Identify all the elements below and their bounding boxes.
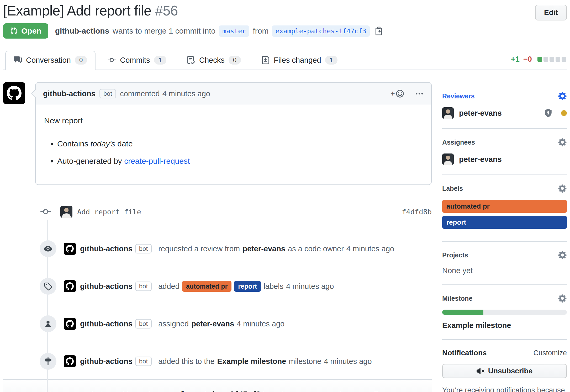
- label-automated-pr[interactable]: automated pr: [442, 200, 567, 213]
- avatar[interactable]: [64, 280, 76, 292]
- timeline: Add report file f4dfd8b github-actions b…: [3, 204, 432, 370]
- label-report[interactable]: report: [234, 281, 261, 292]
- head-branch-name: example-patches-1f47cf3: [159, 390, 261, 392]
- diff-block-added: [537, 57, 542, 62]
- push-instructions-text: .: [407, 390, 409, 392]
- bullet-emphasis: today's: [91, 139, 115, 148]
- base-branch-label[interactable]: master: [219, 25, 249, 37]
- unsubscribe-button[interactable]: Unsubscribe: [442, 364, 567, 378]
- assignees-section: Assignees peter-evans: [442, 129, 567, 175]
- event-verb: added: [158, 282, 180, 291]
- user-photo-icon: [442, 153, 454, 165]
- open-status-badge: Open: [3, 23, 48, 39]
- event-detail: milestone: [289, 357, 321, 366]
- reviewers-heading[interactable]: Reviewers: [442, 92, 475, 100]
- labels-heading: Labels: [442, 185, 463, 192]
- label-report[interactable]: report: [442, 216, 567, 229]
- event-timestamp[interactable]: 4 minutes ago: [286, 282, 334, 291]
- avatar[interactable]: [442, 153, 454, 165]
- sidebar: Reviewers peter-evans Assignees: [442, 82, 567, 392]
- event-text: github-actions bot assigned peter-evans …: [77, 319, 284, 329]
- milestone-section: Milestone Example milestone: [442, 285, 567, 340]
- label-automated-pr[interactable]: automated pr: [182, 281, 231, 292]
- event-text: github-actions bot requested a review fr…: [77, 244, 394, 253]
- diff-block-neutral: [556, 57, 560, 62]
- event-timestamp[interactable]: 4 minutes ago: [346, 245, 394, 253]
- tab-checks[interactable]: Checks 0: [178, 51, 249, 70]
- reviewers-heading-row: Reviewers: [442, 92, 567, 100]
- avatar[interactable]: [64, 318, 76, 330]
- event-timestamp[interactable]: 4 minutes ago: [324, 357, 372, 366]
- avatar[interactable]: [60, 206, 72, 218]
- commit-sha[interactable]: f4dfd8b: [402, 208, 432, 216]
- comment-options-button[interactable]: [415, 89, 424, 98]
- notifications-heading-row: Notifications Customize: [442, 349, 567, 357]
- deletions-count: −0: [523, 55, 532, 63]
- tab-label: Checks: [199, 56, 225, 65]
- copy-branch-button[interactable]: [374, 27, 383, 35]
- assignee-name[interactable]: peter-evans: [459, 155, 502, 164]
- gear-icon[interactable]: [558, 294, 567, 303]
- gear-icon[interactable]: [558, 92, 567, 100]
- event-subject[interactable]: peter-evans: [242, 245, 285, 253]
- event-subject[interactable]: peter-evans: [191, 320, 234, 328]
- avatar[interactable]: [442, 107, 454, 119]
- comment-author[interactable]: github-actions: [43, 89, 96, 98]
- comment-bullet: Contains today's date: [57, 138, 423, 149]
- octocat-icon: [66, 282, 74, 290]
- comment-discussion-icon: [14, 56, 22, 64]
- event-actor[interactable]: github-actions: [80, 320, 133, 328]
- bot-badge: bot: [135, 282, 152, 291]
- event-actor[interactable]: github-actions: [80, 245, 133, 253]
- shield-icon: [544, 109, 553, 118]
- bullet-text: Contains: [57, 139, 91, 148]
- pull-request-page: [Example] Add report file #56 Edit Open …: [0, 0, 570, 392]
- head-branch-label[interactable]: example-patches-1f47cf3: [272, 25, 370, 37]
- tab-files-changed[interactable]: Files changed 1: [253, 51, 346, 70]
- bot-badge: bot: [135, 357, 152, 366]
- comment-timestamp[interactable]: 4 minutes ago: [162, 89, 210, 98]
- comment-card: github-actions bot commented 4 minutes a…: [35, 82, 432, 185]
- gear-icon[interactable]: [558, 251, 567, 259]
- milestone-heading-row: Milestone: [442, 294, 567, 303]
- customize-link[interactable]: Customize: [533, 349, 567, 357]
- add-reaction-button[interactable]: +: [390, 89, 404, 98]
- avatar[interactable]: [3, 82, 25, 104]
- octocat-icon: [66, 357, 74, 365]
- push-instructions: Add more commits by pushing to the examp…: [3, 379, 432, 392]
- event-verb: assigned: [158, 320, 189, 328]
- event-actor[interactable]: github-actions: [80, 357, 133, 366]
- projects-section: Projects None yet: [442, 242, 567, 285]
- gear-icon[interactable]: [558, 138, 567, 147]
- avatar[interactable]: [64, 355, 76, 367]
- gear-icon[interactable]: [558, 184, 567, 193]
- event-subject[interactable]: Example milestone: [217, 357, 286, 366]
- commit-message[interactable]: Add report file: [77, 208, 141, 216]
- pr-author[interactable]: github-actions: [55, 27, 109, 35]
- tab-commits[interactable]: Commits 1: [99, 51, 175, 70]
- event-actor[interactable]: github-actions: [80, 282, 133, 291]
- file-diff-icon: [261, 56, 270, 64]
- comment-action: commented: [120, 89, 160, 98]
- pending-review-dot-icon: [561, 110, 567, 116]
- conversation-main: github-actions bot commented 4 minutes a…: [3, 82, 432, 392]
- pr-number: #56: [155, 3, 178, 18]
- pr-title-text: [Example] Add report file: [3, 3, 151, 18]
- avatar[interactable]: [64, 243, 76, 255]
- reviewers-section: Reviewers peter-evans: [442, 82, 567, 129]
- event-verb: added this to the: [158, 357, 214, 366]
- event-timestamp[interactable]: 4 minutes ago: [237, 320, 284, 328]
- timeline-event-milestone-added: github-actions bot added this to the Exa…: [3, 353, 432, 370]
- tab-count: 1: [154, 56, 166, 65]
- tab-conversation[interactable]: Conversation 0: [5, 51, 96, 70]
- assignees-heading-row: Assignees: [442, 138, 567, 147]
- git-pull-request-icon: [10, 27, 18, 35]
- copy-branch-icon: [374, 27, 383, 35]
- bot-badge: bot: [135, 244, 152, 253]
- reviewer-name[interactable]: peter-evans: [459, 109, 502, 118]
- comment-bullet: Auto-generated by create-pull-request: [57, 156, 423, 167]
- create-pull-request-link[interactable]: create-pull-request: [124, 157, 190, 165]
- milestone-name[interactable]: Example milestone: [442, 321, 567, 330]
- edit-button[interactable]: Edit: [535, 5, 567, 20]
- milestone-icon: [40, 353, 56, 370]
